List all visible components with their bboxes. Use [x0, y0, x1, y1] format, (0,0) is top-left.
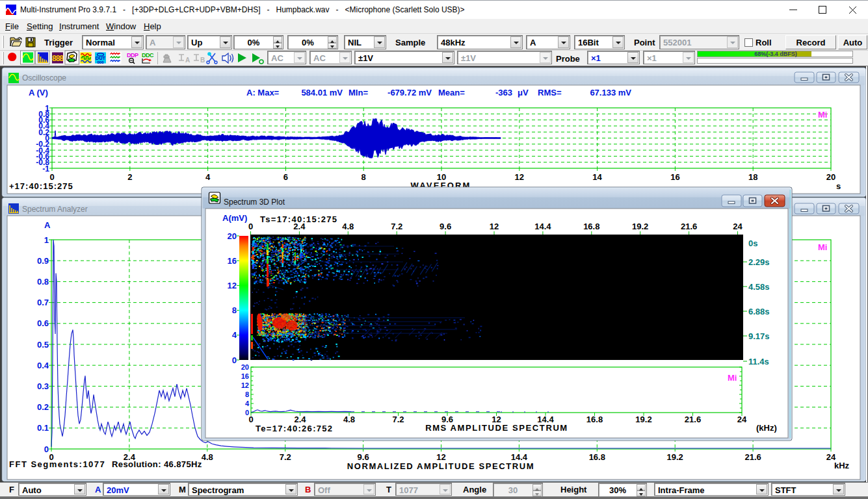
svg-text:A: Max=: A: Max=: [246, 88, 280, 97]
svg-text:Mi: Mi: [818, 110, 827, 120]
svg-text:B: B: [200, 57, 205, 64]
svg-text:2.4: 2.4: [294, 415, 306, 424]
svg-text:A: A: [185, 57, 190, 64]
svg-text:9.6: 9.6: [440, 222, 451, 231]
svg-text:2: 2: [127, 172, 132, 182]
svg-text:0: 0: [248, 222, 253, 231]
svg-text:16: 16: [241, 372, 249, 380]
svg-text:16.8: 16.8: [583, 222, 599, 231]
svg-text:0.2: 0.2: [37, 402, 49, 412]
svg-text:11.4s: 11.4s: [748, 357, 769, 366]
svg-text:RMS=: RMS=: [538, 88, 562, 97]
svg-text:RMS AMPLITUDE SPECTRUM: RMS AMPLITUDE SPECTRUM: [425, 423, 568, 433]
svg-text:MIn=: MIn=: [349, 88, 368, 97]
svg-text:0: 0: [232, 355, 237, 365]
svg-text:4.8: 4.8: [342, 222, 354, 231]
svg-text:14.4: 14.4: [511, 452, 528, 462]
svg-text:s: s: [836, 181, 841, 191]
svg-text:0.3: 0.3: [37, 381, 49, 391]
svg-text:19.2: 19.2: [632, 222, 648, 231]
svg-text:FFT Segments:1077: FFT Segments:1077: [9, 459, 105, 469]
svg-text:21.6: 21.6: [685, 415, 701, 424]
svg-text:A(mV): A(mV): [222, 213, 247, 223]
svg-text:6: 6: [283, 172, 288, 182]
svg-text:A (V): A (V): [29, 88, 48, 97]
svg-text:6.88s: 6.88s: [748, 307, 770, 316]
svg-text:NORMALIZED AMPLITUDE SPECTRUM: NORMALIZED AMPLITUDE SPECTRUM: [347, 461, 535, 471]
svg-text:0.7: 0.7: [37, 298, 49, 307]
svg-text:8: 8: [245, 390, 249, 398]
svg-text:4: 4: [245, 400, 250, 407]
svg-text:8: 8: [232, 305, 237, 315]
svg-text:16: 16: [670, 172, 679, 182]
svg-text:0s: 0s: [748, 238, 757, 248]
svg-text:12: 12: [241, 381, 249, 389]
svg-text:Spectrum Analyzer: Spectrum Analyzer: [22, 205, 88, 214]
svg-text:4.8: 4.8: [202, 452, 213, 462]
svg-text:12: 12: [436, 452, 445, 462]
svg-text:0: 0: [44, 444, 49, 454]
svg-text:+17:40:15:275: +17:40:15:275: [9, 181, 73, 191]
svg-text:584.01 mV: 584.01 mV: [301, 88, 343, 97]
svg-text:12: 12: [515, 172, 524, 182]
svg-text:0: 0: [248, 415, 253, 424]
svg-text:16.8: 16.8: [589, 452, 605, 462]
svg-text:(kHz): (kHz): [756, 423, 777, 433]
svg-text:0.1: 0.1: [37, 423, 49, 433]
svg-text:24: 24: [733, 222, 743, 231]
svg-text:18: 18: [748, 172, 757, 182]
svg-text:7.2: 7.2: [391, 222, 402, 231]
svg-text:14: 14: [592, 172, 602, 182]
svg-text:20: 20: [241, 363, 249, 371]
svg-text:7.2: 7.2: [280, 452, 291, 462]
svg-text:Oscilloscope: Oscilloscope: [22, 73, 66, 83]
svg-text:Mi: Mi: [818, 242, 827, 252]
svg-text:8: 8: [362, 172, 366, 182]
svg-text:16.8: 16.8: [586, 415, 603, 424]
svg-text:16: 16: [228, 256, 237, 266]
svg-text:0.8: 0.8: [37, 277, 49, 287]
svg-text:2.4: 2.4: [293, 222, 306, 231]
svg-text:DDP: DDP: [127, 52, 138, 58]
svg-text:Mi: Mi: [728, 373, 737, 383]
svg-text:A: A: [44, 220, 51, 230]
svg-text:Mean=: Mean=: [438, 88, 465, 97]
svg-text:19.2: 19.2: [667, 452, 683, 462]
svg-text:4: 4: [232, 330, 237, 340]
svg-text:7.2: 7.2: [392, 415, 404, 424]
svg-text:24: 24: [737, 415, 747, 424]
svg-text:4.8: 4.8: [343, 415, 355, 424]
svg-text:0.5: 0.5: [37, 340, 49, 350]
svg-text:9.6: 9.6: [358, 452, 369, 462]
svg-text:4.58s: 4.58s: [748, 282, 770, 292]
svg-text:4: 4: [205, 172, 211, 182]
svg-text:-1: -1: [42, 164, 49, 173]
svg-text:21.6: 21.6: [681, 222, 697, 231]
svg-text:Resolution: 46.875Hz: Resolution: 46.875Hz: [112, 459, 202, 469]
svg-text:0: 0: [49, 172, 54, 182]
svg-text:-363: -363: [495, 88, 512, 97]
svg-text:14.4: 14.4: [534, 222, 551, 231]
svg-text:20: 20: [826, 172, 835, 182]
svg-text:DDC: DDC: [142, 52, 154, 58]
svg-text:Spectrum 3D Plot: Spectrum 3D Plot: [224, 198, 285, 207]
svg-text:0.4: 0.4: [37, 361, 49, 370]
svg-text:-679.72 mV: -679.72 mV: [388, 88, 432, 97]
svg-text:μV: μV: [518, 88, 529, 97]
svg-text:888: 888: [52, 54, 64, 63]
svg-text:Te=17:40:26:752: Te=17:40:26:752: [256, 424, 333, 433]
svg-text:67.133 mV: 67.133 mV: [590, 88, 631, 97]
svg-text:9.17s: 9.17s: [748, 331, 770, 341]
svg-text:0.6: 0.6: [37, 318, 49, 328]
svg-text:0.9: 0.9: [37, 256, 49, 266]
svg-text:21.6: 21.6: [744, 452, 761, 462]
svg-text:12: 12: [228, 281, 237, 290]
svg-text:20: 20: [228, 231, 237, 241]
svg-text:12: 12: [490, 222, 499, 231]
svg-text:2.29s: 2.29s: [748, 257, 770, 267]
svg-text:kHz: kHz: [834, 461, 850, 470]
svg-text:19.2: 19.2: [635, 415, 651, 424]
svg-text:000: 000: [97, 60, 104, 64]
svg-text:1: 1: [44, 235, 49, 245]
